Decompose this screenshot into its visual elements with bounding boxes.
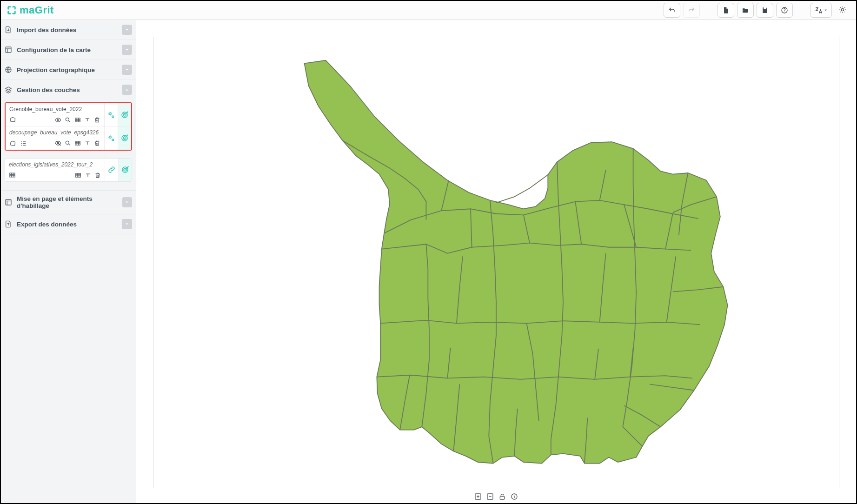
svg-rect-25 xyxy=(6,199,11,205)
layer-settings-button[interactable] xyxy=(105,126,118,149)
section-import-header[interactable]: Import des données xyxy=(1,20,136,40)
chevron-down-icon xyxy=(122,25,132,35)
layer-target-button[interactable] xyxy=(118,126,131,149)
zoom-in-icon[interactable] xyxy=(474,493,482,500)
map-svg xyxy=(153,37,839,488)
section-config-label: Configuration de la carte xyxy=(17,46,91,53)
redo-button[interactable] xyxy=(683,3,700,18)
help-button[interactable] xyxy=(776,3,793,18)
layers-panel: Grenoble_bureau_vote_2022 xyxy=(1,102,136,190)
save-icon xyxy=(761,7,769,14)
language-button[interactable] xyxy=(810,3,832,18)
import-icon xyxy=(5,26,12,33)
settings-button[interactable] xyxy=(835,3,850,17)
layer-elections-lgislatives-2022-tour-2[interactable]: elections_lgislatives_2022_tour_2 xyxy=(5,158,132,182)
trash-icon[interactable] xyxy=(94,117,100,123)
page-layout-icon xyxy=(5,199,12,206)
section-projection-header[interactable]: Projection cartographique xyxy=(1,60,136,80)
gears-icon xyxy=(107,134,115,142)
chevron-down-icon xyxy=(122,65,132,75)
folder-open-icon xyxy=(742,7,749,14)
section-export-header[interactable]: Export des données xyxy=(1,214,136,234)
file-icon xyxy=(722,7,730,14)
svg-point-8 xyxy=(112,116,114,118)
trash-icon[interactable] xyxy=(94,140,100,146)
zoom-icon[interactable] xyxy=(65,140,71,146)
section-layers: Gestion des couches Grenoble_bureau_vote… xyxy=(1,80,136,191)
table-icon xyxy=(9,172,16,179)
polygon-icon xyxy=(9,116,16,123)
typing-icon[interactable] xyxy=(84,140,91,146)
svg-point-15 xyxy=(109,136,112,139)
section-projection-label: Projection cartographique xyxy=(17,66,95,73)
layer-grenoble-bureau-vote-2022[interactable]: Grenoble_bureau_vote_2022 xyxy=(6,103,131,126)
gears-icon xyxy=(107,111,115,119)
svg-point-19 xyxy=(124,138,125,139)
target-icon xyxy=(120,111,129,119)
layer-name: elections_lgislatives_2022_tour_2 xyxy=(9,161,101,168)
caret-down-icon xyxy=(824,8,828,13)
section-export-label: Export des données xyxy=(17,221,77,228)
open-folder-button[interactable] xyxy=(737,3,754,18)
polygon-icon xyxy=(9,140,16,147)
target-icon xyxy=(120,134,129,142)
export-icon xyxy=(5,220,12,228)
section-config-header[interactable]: Configuration de la carte xyxy=(1,40,136,60)
map-area xyxy=(136,20,856,503)
highlighted-layers-box: Grenoble_bureau_vote_2022 xyxy=(5,102,132,151)
undo-button[interactable] xyxy=(664,3,680,18)
topbar: maGrit xyxy=(1,1,856,20)
section-layout-label: Mise en page et éléments d'habillage xyxy=(17,195,122,209)
svg-point-5 xyxy=(66,118,69,121)
zoom-icon[interactable] xyxy=(65,117,71,123)
layer-target-button[interactable] xyxy=(118,159,132,181)
info-icon[interactable] xyxy=(511,493,518,500)
eye-off-icon[interactable] xyxy=(55,140,61,146)
svg-point-11 xyxy=(124,114,125,115)
sidebar: Import des données Configuration de la c… xyxy=(1,20,136,503)
layer-link-button[interactable] xyxy=(105,159,118,181)
target-icon xyxy=(121,166,129,174)
trash-icon[interactable] xyxy=(94,172,101,179)
section-import-label: Import des données xyxy=(17,27,76,33)
top-actions xyxy=(664,3,850,18)
logo-icon xyxy=(7,5,17,15)
svg-point-1 xyxy=(784,12,784,12)
svg-point-4 xyxy=(57,119,59,121)
typing-icon[interactable] xyxy=(85,172,91,179)
table-icon[interactable] xyxy=(75,172,81,179)
new-file-button[interactable] xyxy=(717,3,734,18)
layer-name: Grenoble_bureau_vote_2022 xyxy=(9,106,100,113)
layer-settings-button[interactable] xyxy=(105,103,118,126)
typing-icon[interactable] xyxy=(84,117,91,123)
svg-point-7 xyxy=(109,113,112,115)
eye-icon[interactable] xyxy=(55,117,61,123)
save-button[interactable] xyxy=(757,3,773,18)
svg-point-30 xyxy=(514,495,515,496)
chevron-down-icon xyxy=(122,197,132,207)
section-import: Import des données xyxy=(1,20,136,40)
table-icon[interactable] xyxy=(74,140,81,146)
section-layers-header[interactable]: Gestion des couches xyxy=(1,80,136,99)
svg-rect-20 xyxy=(10,173,15,177)
layer-target-button[interactable] xyxy=(118,103,131,126)
zoom-out-icon[interactable] xyxy=(486,493,494,500)
svg-rect-14 xyxy=(75,141,80,145)
section-projection: Projection cartographique xyxy=(1,60,136,80)
svg-rect-6 xyxy=(75,118,80,122)
chevron-up-icon xyxy=(122,85,132,95)
map-canvas[interactable] xyxy=(153,37,839,488)
table-icon[interactable] xyxy=(74,117,81,123)
globe-icon xyxy=(5,66,12,73)
svg-point-24 xyxy=(125,169,126,170)
svg-point-13 xyxy=(66,141,69,145)
layer-decoupage-bureau-vote-epsg4326[interactable]: decoupage_bureau_vote_epsg4326 xyxy=(6,126,131,149)
chevron-down-icon xyxy=(122,45,132,55)
svg-rect-21 xyxy=(76,173,81,177)
lock-open-icon[interactable] xyxy=(498,493,506,500)
app-logo: maGrit xyxy=(7,4,54,16)
map-controls xyxy=(136,490,856,503)
redo-icon xyxy=(688,7,695,14)
section-layout-header[interactable]: Mise en page et éléments d'habillage xyxy=(1,191,136,214)
language-icon xyxy=(814,6,823,14)
